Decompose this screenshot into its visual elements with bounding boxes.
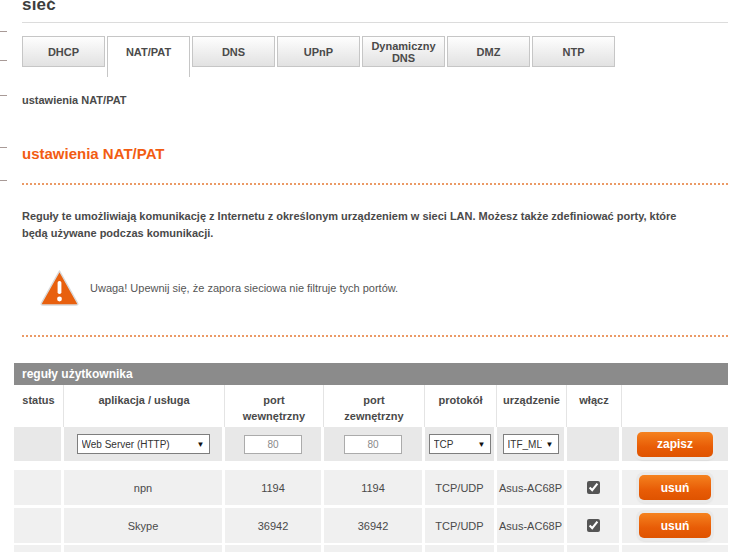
tab-upnp[interactable]: UPnP xyxy=(277,36,360,67)
dotted-divider xyxy=(22,183,728,185)
section-heading: ustawienia NAT/PAT xyxy=(22,145,728,162)
rule-row-partial xyxy=(14,545,728,552)
left-edge-mark xyxy=(0,147,7,148)
tab-dhcp[interactable]: DHCP xyxy=(22,36,105,67)
device-cell: Asus-AC68P xyxy=(497,470,567,505)
warning-banner: Uwaga! Upewnij się, że zapora sieciowa n… xyxy=(39,268,728,308)
chevron-down-icon: ▼ xyxy=(478,440,486,449)
status-cell xyxy=(14,470,64,505)
enable-checkbox[interactable] xyxy=(587,481,600,494)
row-gap xyxy=(14,461,728,470)
form-enable-cell xyxy=(567,427,622,461)
status-cell xyxy=(14,508,64,543)
title-divider xyxy=(22,22,728,23)
dotted-divider xyxy=(22,335,728,337)
internal-port-input[interactable] xyxy=(244,435,302,454)
delete-button[interactable]: usuń xyxy=(639,513,711,538)
chevron-down-icon: ▼ xyxy=(546,440,554,449)
protocol-select[interactable]: TCP ▼ xyxy=(429,434,491,454)
rule-row-npn: npn 1194 1194 TCP/UDP Asus-AC68P usuń xyxy=(14,470,728,505)
table-header-row: status aplikacja / usługa port wewnętrzn… xyxy=(14,385,728,427)
page-title: sieć xyxy=(22,0,728,15)
device-cell: Asus-AC68P xyxy=(497,508,567,543)
user-rules-table: reguły użytkownika status aplikacja / us… xyxy=(14,363,728,552)
application-select[interactable]: Web Server (HTTP) ▼ xyxy=(77,434,210,454)
left-edge-mark xyxy=(0,31,7,32)
section-description: Reguły te umożliwiają komunikację z Inte… xyxy=(22,208,702,242)
col-header-actions xyxy=(622,385,728,427)
external-port-cell: 36942 xyxy=(324,508,425,543)
application-cell: Skype xyxy=(64,508,225,543)
application-cell: npn xyxy=(64,470,225,505)
enable-checkbox[interactable] xyxy=(587,519,600,532)
rule-row-skype: Skype 36942 36942 TCP/UDP Asus-AC68P usu… xyxy=(14,508,728,543)
col-header-protocol: protokół xyxy=(425,385,497,427)
form-status-cell xyxy=(14,427,64,461)
warning-text: Uwaga! Upewnij się, że zapora sieciowa n… xyxy=(90,282,398,294)
chevron-down-icon: ▼ xyxy=(197,440,205,449)
nat-pat-page: sieć DHCP NAT/PAT DNS UPnP Dynamiczny DN… xyxy=(0,0,742,547)
external-port-input[interactable] xyxy=(344,435,402,454)
left-edge-mark xyxy=(0,180,7,181)
col-header-status: status xyxy=(14,385,64,427)
protocol-cell: TCP/UDP xyxy=(425,470,497,505)
new-rule-form-row: Web Server (HTTP) ▼ TCP ▼ ITF_MLTV ▼ xyxy=(14,427,728,461)
left-edge-mark xyxy=(0,60,7,61)
tab-ntp[interactable]: NTP xyxy=(532,36,615,67)
tab-bar: DHCP NAT/PAT DNS UPnP Dynamiczny DNS DMZ… xyxy=(22,36,728,77)
col-header-external-port: port zewnętrzny xyxy=(324,385,425,427)
col-header-application: aplikacja / usługa xyxy=(64,385,225,427)
protocol-cell: TCP/UDP xyxy=(425,508,497,543)
internal-port-cell: 36942 xyxy=(225,508,324,543)
save-button[interactable]: zapisz xyxy=(637,432,713,457)
left-edge-mark xyxy=(0,95,7,96)
tab-dns[interactable]: DNS xyxy=(192,36,275,67)
external-port-cell: 1194 xyxy=(324,470,425,505)
tab-nat-pat[interactable]: NAT/PAT xyxy=(107,36,190,77)
breadcrumb: ustawienia NAT/PAT xyxy=(22,94,728,106)
col-header-internal-port: port wewnętrzny xyxy=(225,385,324,427)
table-title: reguły użytkownika xyxy=(14,363,728,385)
tab-dmz[interactable]: DMZ xyxy=(447,36,530,67)
internal-port-cell: 1194 xyxy=(225,470,324,505)
tab-dynamic-dns[interactable]: Dynamiczny DNS xyxy=(362,36,445,67)
col-header-device: urządzenie xyxy=(497,385,567,427)
delete-button[interactable]: usuń xyxy=(639,475,711,500)
col-header-enable: włącz xyxy=(567,385,622,427)
warning-triangle-icon xyxy=(39,269,80,307)
device-select[interactable]: ITF_MLTV ▼ xyxy=(503,434,559,454)
